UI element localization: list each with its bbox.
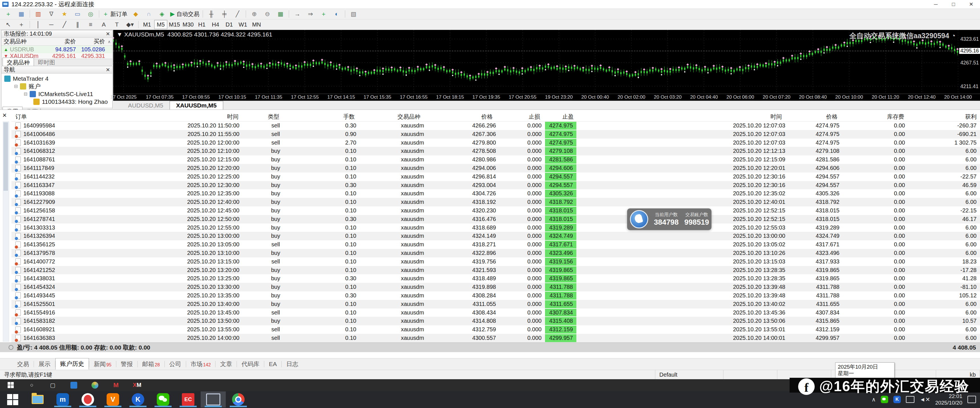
history-row[interactable]: 16414380312025.10.20 13:25:00buy0.30xauu… xyxy=(11,274,980,283)
market-watch-row[interactable]: ▲USDRUB94.8257105.0286 xyxy=(2,46,112,53)
app-m-icon[interactable]: M xyxy=(112,381,120,389)
label-icon[interactable]: T xyxy=(111,20,123,29)
wechat-tray-icon[interactable] xyxy=(881,396,888,403)
history-col-10[interactable]: 库存费 xyxy=(841,112,908,121)
history-row[interactable]: 16415831822025.10.20 13:50:00buy0.10xauu… xyxy=(11,317,980,325)
terminal-tab-10[interactable]: EA xyxy=(264,359,282,369)
status-profile[interactable]: Default xyxy=(655,370,724,379)
navigator-item[interactable]: ⊟账户 xyxy=(2,82,112,90)
terminal-tab-0[interactable]: 交易 xyxy=(13,359,33,370)
close-button[interactable]: ✕ xyxy=(963,0,980,8)
history-row[interactable]: 16412787412025.10.20 12:50:00buy0.30xauu… xyxy=(11,215,980,223)
history-col-2[interactable]: 类型 xyxy=(242,112,305,121)
history-row[interactable]: 16411930882025.10.20 12:35:00buy0.10xauu… xyxy=(11,189,980,198)
history-row[interactable]: 16414007722025.10.20 13:15:00sell0.10xau… xyxy=(11,257,980,266)
indicators-icon[interactable]: ＋ xyxy=(317,10,330,19)
history-col-7[interactable]: 止盈 xyxy=(544,112,577,121)
terminal-tab-11[interactable]: 日志 xyxy=(282,359,303,370)
periods-icon[interactable]: ◐ xyxy=(330,10,343,19)
tile-windows-icon[interactable]: ▦ xyxy=(274,10,287,19)
market-watch-close-icon[interactable]: ✕ xyxy=(106,31,110,37)
file-explorer-icon[interactable] xyxy=(25,392,50,408)
scroll-up-icon[interactable]: ∧ xyxy=(106,39,112,44)
navigator-item[interactable]: ⊟ICMarketsSC-Live11 xyxy=(2,90,112,98)
chart-tab-audusdm5[interactable]: AUDUSD,M5 xyxy=(122,101,170,110)
text-icon[interactable]: A xyxy=(97,20,110,29)
trendline-icon[interactable]: ╱ xyxy=(58,20,71,29)
timeframe-h1[interactable]: H1 xyxy=(195,20,208,29)
app-xm-icon[interactable]: XM xyxy=(133,381,142,389)
search-icon[interactable]: ○ xyxy=(27,381,36,389)
history-row[interactable]: 16413033132025.10.20 12:55:00buy0.10xauu… xyxy=(11,223,980,232)
history-row[interactable]: 16413795782025.10.20 13:10:00buy0.10xauu… xyxy=(11,249,980,257)
k-app-icon[interactable]: K xyxy=(126,392,151,408)
history-col-3[interactable]: 手数 xyxy=(305,112,358,121)
new-order-icon[interactable]: ＋新订单 xyxy=(101,10,129,19)
terminal-tab-5[interactable]: 邮箱28 xyxy=(138,359,164,370)
history-row[interactable]: 16409959842025.10.20 11:50:00sell0.30xau… xyxy=(11,121,980,130)
history-row[interactable]: 16413263942025.10.20 13:00:00buy0.10xauu… xyxy=(11,232,980,241)
tray-expand-icon[interactable]: ∧ xyxy=(872,396,876,403)
task-view-icon[interactable]: ▢ xyxy=(48,381,57,389)
network-icon[interactable] xyxy=(906,396,915,403)
terminal-tab-8[interactable]: 文章 xyxy=(215,359,237,370)
history-row[interactable]: 16412279092025.10.20 12:40:00buy0.10xauu… xyxy=(11,198,980,206)
history-row[interactable]: 16410316392025.10.20 12:00:00sell2.70xau… xyxy=(11,139,980,147)
maximize-button[interactable]: □ xyxy=(945,0,963,8)
app-color-icon[interactable] xyxy=(91,381,99,389)
history-row[interactable]: 16412561582025.10.20 12:45:00buy0.10xauu… xyxy=(11,206,980,215)
timeframe-m15[interactable]: M15 xyxy=(168,20,181,29)
history-row[interactable]: 16411442322025.10.20 12:25:00buy0.10xauu… xyxy=(11,172,980,181)
timeframe-h4[interactable]: H4 xyxy=(209,20,222,29)
ec-app-icon[interactable]: EC xyxy=(176,392,200,408)
volume-muted-icon[interactable]: ◄✕ xyxy=(920,396,930,403)
template-icon[interactable]: ▧ xyxy=(347,10,360,19)
history-row[interactable]: 16416363832025.10.20 14:00:00sell0.10xau… xyxy=(11,334,980,343)
start-button[interactable] xyxy=(0,392,25,408)
terminal-tab-2[interactable]: 账户历史 xyxy=(55,358,89,370)
chart-shift-icon[interactable]: ⇒ xyxy=(304,10,317,19)
chart-collapse-icon[interactable]: ▼ xyxy=(116,31,124,38)
history-col-1[interactable]: 时间 xyxy=(98,112,242,121)
history-col-5[interactable]: 价格 xyxy=(460,112,496,121)
metaeditor-icon[interactable]: ◆ xyxy=(129,10,142,19)
chart-area[interactable]: ▼ XAUUSDm,M5 4300.825 4301.736 4294.322 … xyxy=(113,30,980,100)
history-col-0[interactable]: 订单 xyxy=(11,112,98,121)
bar-chart-icon[interactable]: ╫ xyxy=(205,10,218,19)
history-col-4[interactable]: 交易品种 xyxy=(358,112,460,121)
terminal-tab-1[interactable]: 展示 xyxy=(34,359,55,370)
history-scrollbar[interactable] xyxy=(3,121,9,341)
navigator-item[interactable]: 1100134433: Hong Zhao xyxy=(2,98,112,105)
timeframe-m5[interactable]: M5 xyxy=(154,20,167,29)
history-row[interactable]: 16413561252025.10.20 13:05:00sell0.10xau… xyxy=(11,241,980,249)
history-row[interactable]: 16411178492025.10.20 12:20:00buy0.10xauu… xyxy=(11,164,980,172)
new-chart-icon[interactable]: ＋ xyxy=(2,10,14,19)
chart-tab-xauusdmm5[interactable]: XAUUSDm,M5 xyxy=(170,101,223,110)
wechat-icon[interactable] xyxy=(151,392,176,408)
auto-trading-icon[interactable]: ▶自动交易 xyxy=(169,10,200,19)
candle-chart-icon[interactable]: ╪ xyxy=(218,10,231,19)
start-icon[interactable] xyxy=(6,381,15,389)
cursor-icon[interactable]: ↖ xyxy=(2,20,14,29)
history-row[interactable]: 16416089212025.10.20 13:55:00sell0.10xau… xyxy=(11,325,980,334)
terminal-close-icon[interactable]: ✕ xyxy=(2,112,7,119)
remote-desktop-icon[interactable] xyxy=(200,392,226,408)
terminal-tab-4[interactable]: 警报 xyxy=(116,359,137,370)
timeframe-w1[interactable]: W1 xyxy=(236,20,250,29)
horizontal-line-icon[interactable]: ─ xyxy=(45,20,57,29)
zoom-in-icon[interactable]: ⊕ xyxy=(248,10,261,19)
terminal-icon[interactable]: ▭ xyxy=(71,10,84,19)
history-row[interactable]: 16410887612025.10.20 12:15:00buy0.10xauu… xyxy=(11,155,980,164)
navigator-close-icon[interactable]: ✕ xyxy=(106,67,110,73)
history-col-9[interactable]: 价格 xyxy=(785,112,841,121)
app-blue-icon[interactable] xyxy=(70,381,78,389)
history-row[interactable]: 16410064862025.10.20 11:55:00sell0.90xau… xyxy=(11,130,980,139)
expand-box-icon[interactable]: ⊟ xyxy=(24,91,27,97)
history-row[interactable]: 16414934452025.10.20 13:35:00buy0.30xauu… xyxy=(11,292,980,300)
history-col-11[interactable]: 获利 xyxy=(908,112,980,121)
v-app-icon[interactable]: V xyxy=(100,392,126,408)
navigator-item[interactable]: MetaTrader 4 xyxy=(2,75,112,82)
terminal-tab-9[interactable]: 代码库 xyxy=(237,359,264,370)
cloud-icon[interactable]: ∩ xyxy=(143,10,155,19)
crosshair-icon[interactable]: ＋ xyxy=(15,20,28,29)
